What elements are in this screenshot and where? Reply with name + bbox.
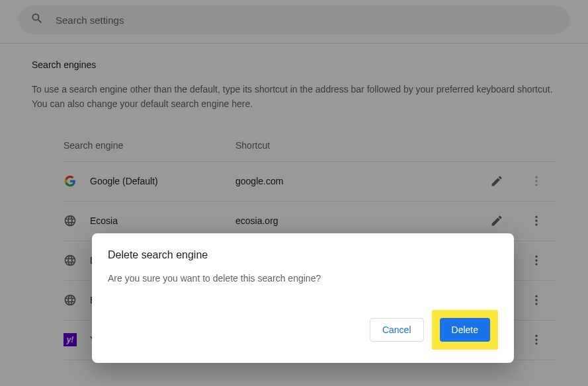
delete-dialog: Delete search engine Are you sure you wa…: [92, 233, 514, 363]
highlight: Delete: [432, 310, 498, 350]
dialog-title: Delete search engine: [108, 249, 498, 261]
dialog-message: Are you sure you want to delete this sea…: [108, 273, 498, 284]
dialog-actions: Cancel Delete: [108, 310, 498, 350]
cancel-button[interactable]: Cancel: [370, 318, 424, 342]
delete-button[interactable]: Delete: [440, 318, 490, 342]
